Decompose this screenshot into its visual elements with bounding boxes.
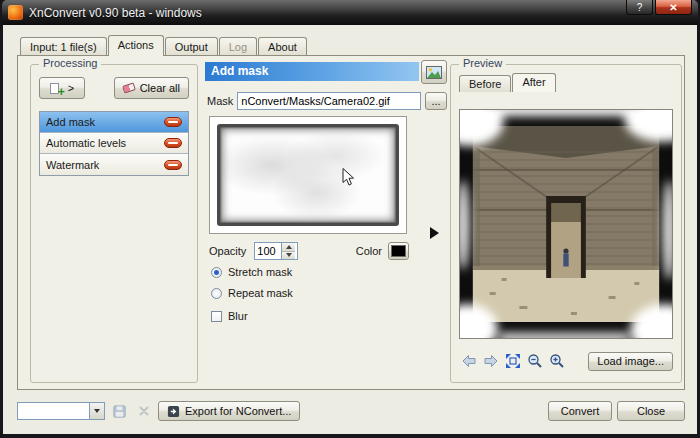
preview-group-label: Preview [459,57,506,69]
color-swatch [391,245,406,257]
color-picker-button[interactable] [388,242,409,260]
mouse-cursor-icon [342,167,355,187]
convert-button[interactable]: Convert [548,401,612,421]
opacity-input[interactable] [255,243,281,259]
app-icon [8,5,23,20]
mask-thumbnail [217,124,399,226]
action-item-label: Automatic levels [46,137,158,149]
stretch-mask-radio[interactable] [211,267,222,278]
combo-dropdown-icon[interactable] [89,403,104,419]
help-button[interactable]: ? [626,0,653,15]
tab-log: Log [219,37,257,55]
next-image-button[interactable] [481,352,500,371]
mask-preview [209,116,407,234]
remove-action-button[interactable] [164,117,182,127]
title-bar[interactable]: XnConvert v0.90 beta - windows ? ✕ [2,0,698,25]
preview-toolbar: Load image... [459,351,673,371]
picture-button[interactable] [421,60,447,84]
add-mask-panel-header: Add mask [205,62,419,81]
opacity-row: Opacity Color [209,242,409,260]
tab-output[interactable]: Output [165,37,218,55]
tab-after[interactable]: After [512,73,555,92]
save-preset-button[interactable] [110,402,129,421]
fit-to-window-icon [505,353,521,369]
action-item-automatic-levels[interactable]: Automatic levels [40,133,188,154]
load-image-button[interactable]: Load image... [588,352,673,371]
preview-group: Preview Before After [450,64,682,383]
blur-option[interactable]: Blur [211,310,248,322]
footer-bar: Export for NConvert... Convert Close [17,400,685,422]
preset-combobox[interactable] [17,402,105,420]
processing-toolbar: + > Clear all [39,77,189,99]
action-item-label: Add mask [46,116,158,128]
clear-all-button[interactable]: Clear all [114,77,189,99]
arrow-right-icon [483,353,499,369]
picture-icon [426,66,442,79]
mask-label: Mask [207,95,233,107]
close-button[interactable]: Close [617,401,685,421]
mask-file-row: Mask ... [207,92,447,110]
tab-actions[interactable]: Actions [108,35,164,56]
preview-image [459,109,673,339]
zoom-in-icon [549,353,565,369]
stretch-mask-label: Stretch mask [228,266,292,278]
export-nconvert-button[interactable]: Export for NConvert... [158,401,300,421]
export-icon [167,405,180,418]
arrow-left-icon [461,353,477,369]
repeat-mask-label: Repeat mask [228,287,293,299]
tab-about[interactable]: About [258,37,307,55]
color-label: Color [356,245,382,257]
stretch-mask-option[interactable]: Stretch mask [211,266,292,278]
actions-tab-page: Processing + > Clear all Add [17,55,685,390]
blur-checkbox[interactable] [211,311,222,322]
action-item-watermark[interactable]: Watermark [40,154,188,175]
delete-x-icon [137,404,151,418]
repeat-mask-option[interactable]: Repeat mask [211,287,293,299]
blur-label: Blur [228,310,248,322]
tab-before[interactable]: Before [459,75,511,92]
action-item-label: Watermark [46,159,158,171]
add-action-button[interactable]: + > [39,77,85,99]
zoom-in-button[interactable] [547,352,566,371]
app-window: XnConvert v0.90 beta - windows ? ✕ Input… [0,0,700,438]
processing-group: Processing + > Clear all Add [30,64,198,383]
clear-all-label: Clear all [140,82,180,94]
delete-preset-button[interactable] [134,402,153,421]
add-mask-panel: Add mask Mask ... [203,60,455,385]
repeat-mask-radio[interactable] [211,288,222,299]
remove-action-button[interactable] [164,160,182,170]
processing-group-label: Processing [39,57,101,69]
tab-input[interactable]: Input: 1 file(s) [20,37,107,55]
window-body: Input: 1 file(s) Actions Output Log Abou… [3,25,697,434]
window-title: XnConvert v0.90 beta - windows [29,6,202,20]
preview-tab-bar: Before After [459,73,557,92]
spin-down-icon[interactable] [282,252,295,260]
window-close-button[interactable]: ✕ [655,0,692,15]
floppy-disk-icon [112,404,127,419]
apply-arrow-icon [430,227,439,239]
masked-photo [460,110,672,338]
tab-bar: Input: 1 file(s) Actions Output Log Abou… [20,35,308,56]
preset-input[interactable] [18,403,89,419]
previous-image-button[interactable] [459,352,478,371]
zoom-out-button[interactable] [525,352,544,371]
title-bar-buttons: ? ✕ [626,0,692,15]
add-action-label: > [68,82,74,94]
add-action-icon: + [50,82,63,95]
zoom-out-icon [527,353,543,369]
remove-action-button[interactable] [164,138,182,148]
browse-mask-button[interactable]: ... [425,92,447,110]
export-nconvert-label: Export for NConvert... [185,405,291,417]
action-list: Add mask Automatic levels Watermark [39,111,189,176]
opacity-spinner [254,242,298,260]
spin-up-icon[interactable] [282,243,295,252]
mask-path-input[interactable] [237,92,421,110]
eraser-icon [122,82,136,93]
opacity-label: Opacity [209,245,246,257]
action-item-add-mask[interactable]: Add mask [40,112,188,133]
zoom-fit-button[interactable] [503,352,522,371]
